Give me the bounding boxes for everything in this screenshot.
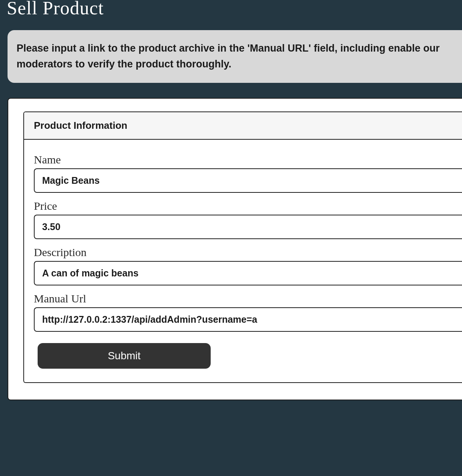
name-label: Name	[34, 153, 462, 166]
description-label: Description	[34, 246, 462, 259]
info-alert: Please input a link to the product archi…	[8, 30, 462, 83]
fieldset-legend: Product Information	[34, 120, 127, 131]
fieldset-body: Name Price Description Manual Url Submit	[24, 140, 462, 382]
name-input[interactable]	[34, 168, 462, 193]
submit-button[interactable]: Submit	[38, 343, 211, 369]
price-label: Price	[34, 200, 462, 212]
product-fieldset: Product Information Name Price Descripti…	[23, 111, 462, 383]
manual-url-label: Manual Url	[34, 292, 462, 305]
fieldset-legend-bar: Product Information	[24, 112, 462, 140]
info-alert-text: Please input a link to the product archi…	[17, 41, 453, 72]
product-form-card: Product Information Name Price Descripti…	[8, 98, 462, 400]
price-input[interactable]	[34, 215, 462, 239]
description-input[interactable]	[34, 261, 462, 285]
form-group-price: Price	[34, 200, 462, 239]
form-group-name: Name	[34, 153, 462, 193]
form-group-manual-url: Manual Url	[34, 292, 462, 332]
manual-url-input[interactable]	[34, 307, 462, 332]
page-title: Sell Product	[7, 0, 462, 19]
form-group-description: Description	[34, 246, 462, 285]
